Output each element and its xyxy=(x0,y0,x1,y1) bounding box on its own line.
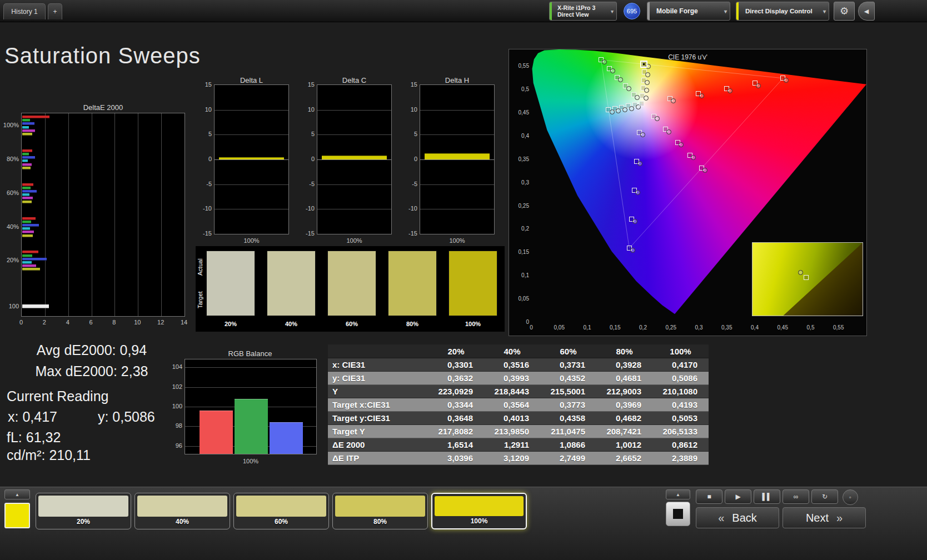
y-tick-label: -5 xyxy=(400,181,417,188)
gridline xyxy=(420,134,494,135)
deltaL-title: Delta L xyxy=(214,76,289,84)
loop-infinite-button[interactable]: ∞ xyxy=(783,489,809,504)
y-tick-label: 0,05 xyxy=(510,295,529,302)
y-tick-label: 0,45 xyxy=(510,109,529,116)
saturation-swatch-button-60%[interactable]: 60% xyxy=(233,493,329,529)
next-button[interactable]: Next » xyxy=(783,507,866,528)
rgb-balance-plot xyxy=(185,359,317,454)
saturation-swatch-button-80%[interactable]: 80% xyxy=(332,493,428,529)
de-bar xyxy=(22,268,40,271)
table-cell: 217,8082 xyxy=(428,425,484,438)
swatch-chip xyxy=(435,496,524,516)
collapse-panel-button[interactable]: ◀ xyxy=(858,2,875,21)
x-tick-label: 0,2 xyxy=(635,324,651,331)
target-row-label: Target xyxy=(197,283,203,316)
rgb-balance-xlabel: 100% xyxy=(185,458,317,465)
table-cell: 0,8612 xyxy=(652,438,709,452)
table-cell: 0,4013 xyxy=(484,412,540,425)
table-cell: 0,3344 xyxy=(428,398,484,412)
meter-dropdown[interactable]: X-Rite i1Pro 3 Direct View ▾ xyxy=(549,2,617,21)
gridline xyxy=(45,113,46,316)
x-tick-label: 12 xyxy=(154,319,167,326)
saturation-swatch-button-20%[interactable]: 20% xyxy=(36,493,131,529)
scroll-up-left-button[interactable]: ▲ xyxy=(4,489,30,499)
table-cell: 213,9850 xyxy=(484,425,540,438)
blue-bar xyxy=(270,422,303,454)
settings-button[interactable]: ⚙ xyxy=(834,2,855,21)
x-tick-label: 0,4 xyxy=(747,324,762,331)
power-button[interactable]: ◦ xyxy=(843,489,858,505)
table-cell: 212,9003 xyxy=(596,385,652,398)
up-arrow-icon: ▲ xyxy=(15,492,19,497)
next-button-label: Next xyxy=(806,512,829,524)
chevron-down-icon: ▾ xyxy=(611,8,614,14)
x-tick-label: 4 xyxy=(61,319,74,326)
current-reading-marker xyxy=(640,61,647,68)
saturation-swatch-button-40%[interactable]: 40% xyxy=(134,493,230,529)
de-bar xyxy=(22,264,36,267)
current-x: x: 0,417 xyxy=(8,409,57,424)
table-header: 100% xyxy=(652,344,709,358)
new-tab-button[interactable]: + xyxy=(48,3,62,19)
x-tick-label: 0,05 xyxy=(551,324,567,331)
x-tick-label: 10 xyxy=(131,319,144,326)
scroll-up-right-button[interactable]: ▲ xyxy=(666,489,690,499)
pause-button[interactable]: ▌▌ xyxy=(754,489,780,504)
play-button[interactable]: ▶ xyxy=(725,489,751,504)
chevron-left-icon: ◀ xyxy=(864,8,869,15)
table-cell: 0,5086 xyxy=(652,372,709,385)
table-cell: 0,3731 xyxy=(540,358,596,372)
whitepoint-marker xyxy=(639,101,644,106)
refresh-button[interactable]: ↻ xyxy=(811,489,838,504)
x-tick-label: 2 xyxy=(38,319,51,326)
x-tick-label: 0,45 xyxy=(775,324,790,331)
stop-pattern-button[interactable] xyxy=(666,502,690,526)
table-cell: 0,3648 xyxy=(428,412,484,425)
meter-accent-strip xyxy=(550,2,552,20)
table-cell: 0,4358 xyxy=(540,412,596,425)
blue-measured-marker xyxy=(640,132,645,137)
current-y: y: 0,5086 xyxy=(98,409,155,424)
saturation-swatch-button-100%[interactable]: 100% xyxy=(431,493,527,529)
chevron-right-icon: » xyxy=(836,512,843,524)
gridline xyxy=(215,159,288,160)
gridline xyxy=(92,113,92,316)
swatch-label: 80% xyxy=(333,518,427,526)
stop-button[interactable]: ■ xyxy=(696,489,722,504)
inset-target-marker xyxy=(804,275,809,280)
table-cell: 2,6652 xyxy=(596,452,652,465)
history-tab[interactable]: History 1 xyxy=(3,3,46,19)
rgb-balance-title: RGB Balance xyxy=(183,349,317,358)
deltaH-plot xyxy=(420,84,495,234)
table-cell: 1,0866 xyxy=(540,438,596,452)
x-tick-label: 0,1 xyxy=(580,324,595,331)
y-tick-label: -10 xyxy=(400,205,417,212)
y-tick-label: -5 xyxy=(194,181,212,188)
settings-gear-icon: ⚙ xyxy=(840,5,849,17)
gridline xyxy=(215,134,288,135)
y-tick-label: 0 xyxy=(297,156,315,163)
magenta-measured-marker xyxy=(691,155,696,160)
table-row-label: ΔE 2000 xyxy=(328,438,428,452)
y-tick-label: -10 xyxy=(297,205,315,212)
table-header: 80% xyxy=(596,344,652,358)
y-tick-label: -10 xyxy=(194,205,212,212)
y-tick-label: 100% xyxy=(0,122,19,129)
green-measured-marker xyxy=(626,86,631,91)
table-cell: 0,5053 xyxy=(652,412,709,425)
inset-measured-marker xyxy=(798,270,803,275)
source-dropdown[interactable]: Mobile Forge ▾ xyxy=(647,2,730,21)
y-tick-label: 60% xyxy=(0,189,19,197)
swatch-label: 20% xyxy=(36,518,131,526)
de-bar xyxy=(22,187,31,189)
workflow-dropdown[interactable]: Direct Display Control ▾ xyxy=(736,2,829,21)
y-tick-label: 0,3 xyxy=(510,179,529,186)
table-cell: 1,0012 xyxy=(596,438,652,452)
y-tick-label: 0,4 xyxy=(510,132,529,139)
back-button[interactable]: « Back xyxy=(696,507,779,528)
x-tick-label: 6 xyxy=(84,319,98,326)
x-tick-label: 0,5 xyxy=(803,324,819,331)
gridline xyxy=(420,110,494,111)
session-count-badge[interactable]: 695 xyxy=(624,3,640,19)
bottom-bar: ▲ ▲ « Back Next » 20%40%60%80%100%■▶▌▌∞↻… xyxy=(0,487,927,560)
